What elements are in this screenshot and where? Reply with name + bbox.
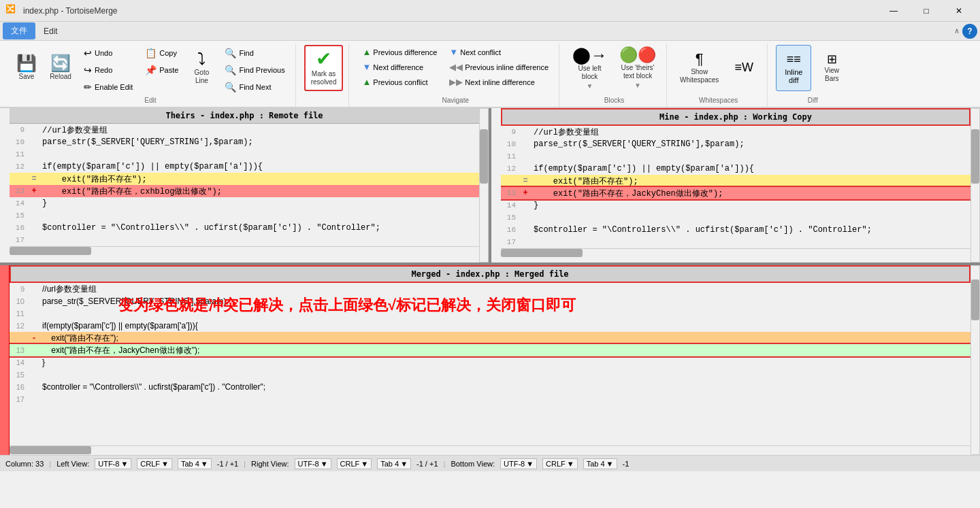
theirs-content[interactable]: 9//url参数变量组10parse_str($_SERVER['QUERY_S… — [10, 124, 479, 246]
right-pos: -1 / +1 — [416, 460, 438, 468]
checkmark-icon: ✔ — [316, 50, 331, 69]
right-conflict-indicator — [491, 108, 501, 263]
left-view-label: Left View: — [56, 460, 89, 468]
merged-header: Merged - index.php : Merged file — [10, 265, 970, 283]
navigate-col1: ▲ Previous difference ▼ Next difference … — [357, 45, 442, 89]
bottom-enc-dropdown[interactable]: UTF-8 ▼ — [500, 458, 537, 469]
navigate-group-content: ▲ Previous difference ▼ Next difference … — [357, 45, 553, 95]
table-row: 13+ exit("路由不存在，cxhblog做出修改"); — [10, 185, 479, 197]
ribbon-group-blocks: ⬤→ Use leftblock ▼ 🟢🔴 Use 'theirs'text b… — [562, 44, 667, 107]
mine-hscrollbar[interactable] — [501, 248, 970, 258]
blocks-group-label: Blocks — [568, 95, 661, 107]
table-row: 12if(empty($param['c']) || empty($param[… — [10, 320, 970, 332]
table-row: = exit("路由不存在"); — [10, 173, 479, 185]
left-eol-dropdown[interactable]: CRLF ▼ — [137, 458, 172, 469]
table-row: = exit("路由不存在"); — [501, 175, 970, 187]
merged-content[interactable]: 9//url参数变量组10parse_str($_SERVER['QUERY_S… — [10, 283, 970, 445]
table-row: 14} — [10, 197, 479, 209]
mine-header: Mine - index.php : Working Copy — [501, 108, 970, 126]
table-row: - exit("路由不存在"); — [10, 332, 970, 344]
find-previous-button[interactable]: 🔍 Find Previous — [220, 62, 289, 78]
find-button[interactable]: 🔍 Find — [220, 45, 289, 61]
navigate-col2: ▼ Next conflict ◀◀ Previous inline diffe… — [444, 45, 553, 89]
undo-icon: ↩ — [84, 48, 92, 58]
theirs-pane: Theirs - index.php : Remote file 9//url参… — [0, 108, 489, 263]
inline-diff-button[interactable]: ≡≡ Inlinediff — [776, 45, 811, 91]
left-enc-dropdown[interactable]: UTF-8 ▼ — [95, 458, 131, 469]
merged-vscrollbar[interactable] — [970, 265, 980, 455]
show-whitespaces-button[interactable]: ¶ ShowWhitespaces — [675, 45, 723, 91]
use-theirs-button[interactable]: 🟢🔴 Use 'theirs'text block ▼ — [615, 45, 661, 91]
table-row: 12if(empty($param['c']) || empty($param[… — [501, 163, 970, 175]
enable-edit-button[interactable]: ✏ Enable Edit — [79, 79, 137, 95]
ribbon-group-edit: 💾 Save 🔄 Reload ↩ Undo ↪ — [5, 44, 296, 107]
menu-item-file[interactable]: 文件 — [3, 22, 35, 39]
whitespaces-group-label: Whitespaces — [675, 95, 762, 107]
prev-conflict-button[interactable]: ▲ Previous conflict — [357, 75, 442, 89]
table-row: 12if(empty($param['c']) || empty($param[… — [10, 160, 479, 173]
find-next-icon: 🔍 — [225, 82, 236, 92]
bottom-eol-dropdown[interactable]: CRLF ▼ — [542, 458, 578, 469]
prev-inline-button[interactable]: ◀◀ Previous inline difference — [444, 60, 553, 74]
next-conflict-button[interactable]: ▼ Next conflict — [444, 45, 553, 59]
theirs-dropdown-icon: ▼ — [634, 82, 641, 89]
title-bar: 🔀 index.php - TortoiseMerge — □ ✕ — [0, 0, 980, 22]
ribbon-group-whitespaces: ¶ ShowWhitespaces ≡W Whitespaces — [670, 44, 768, 107]
theirs-vscrollbar[interactable] — [479, 108, 489, 263]
bottom-pos: -1 — [623, 460, 630, 468]
prev-difference-button[interactable]: ▲ Previous difference — [357, 45, 442, 59]
table-row: 11 — [10, 148, 479, 160]
table-row: 10parse_str($_SERVER['QUERY_STRING'],$pa… — [10, 136, 479, 148]
theirs-header: Theirs - index.php : Remote file — [10, 108, 479, 124]
next-inline-button[interactable]: ▶▶ Next inline difference — [444, 75, 553, 89]
mark-group-content: ✔ Mark asresolved — [304, 45, 344, 95]
reload-icon: 🔄 — [50, 55, 71, 71]
prev-conflict-icon: ▲ — [362, 77, 371, 87]
window-title: index.php - TortoiseMerge — [23, 6, 878, 16]
next-difference-button[interactable]: ▼ Next difference — [357, 60, 442, 74]
view-bars-icon: ⊞ — [827, 53, 837, 65]
use-left-block-button[interactable]: ⬤→ Use leftblock ▼ — [568, 45, 612, 91]
goto-line-button[interactable]: ⤵ GotoLine — [186, 45, 217, 91]
save-icon: 💾 — [16, 55, 37, 71]
bottom-tab-dropdown[interactable]: Tab 4 ▼ — [583, 458, 617, 469]
goto-icon: ⤵ — [197, 51, 206, 67]
whitespace-extra-button[interactable]: ≡W — [726, 45, 762, 91]
theirs-code: 9//url参数变量组10parse_str($_SERVER['QUERY_S… — [10, 124, 479, 246]
undo-col: ↩ Undo ↪ Redo ✏ Enable Edit — [79, 45, 137, 95]
maximize-button[interactable]: □ — [911, 0, 942, 22]
menu-bar: 文件 Edit ∧ ? — [0, 22, 980, 41]
table-row: 10parse_str($_SERVER['QUERY_STRING'],$pa… — [501, 138, 970, 150]
mark-resolved-label: Mark asresolved — [311, 70, 337, 86]
reload-button[interactable]: 🔄 Reload — [45, 45, 76, 91]
paste-button[interactable]: 📌 Paste — [140, 62, 183, 78]
merged-panel: Merged - index.php : Merged file 9//url参… — [0, 265, 980, 455]
help-button[interactable]: ? — [962, 24, 977, 39]
navigate-group-label: Navigate — [357, 95, 553, 107]
right-view-label: Right View: — [251, 460, 289, 468]
left-tab-dropdown[interactable]: Tab 4 ▼ — [178, 458, 212, 469]
right-enc-dropdown[interactable]: UTF-8 ▼ — [295, 458, 331, 469]
undo-button[interactable]: ↩ Undo — [79, 45, 137, 61]
find-next-button[interactable]: 🔍 Find Next — [220, 79, 289, 95]
view-bars-button[interactable]: ⊞ ViewBars — [814, 45, 849, 91]
mark-resolved-button[interactable]: ✔ Mark asresolved — [304, 45, 344, 91]
mine-pane-inner: Mine - index.php : Working Copy 9//url参数… — [501, 108, 970, 263]
app-icon: 🔀 — [5, 4, 19, 18]
merged-hscrollbar[interactable] — [10, 445, 970, 455]
theirs-hscrollbar[interactable] — [10, 246, 479, 256]
next-inline-icon: ▶▶ — [449, 77, 463, 87]
right-tab-dropdown[interactable]: Tab 4 ▼ — [377, 458, 411, 469]
mine-content[interactable]: 9//url参数变量组10parse_str($_SERVER['QUERY_S… — [501, 126, 970, 248]
mine-vscrollbar[interactable] — [970, 108, 980, 263]
right-eol-dropdown[interactable]: CRLF ▼ — [337, 458, 372, 469]
save-button[interactable]: 💾 Save — [11, 45, 42, 91]
redo-button[interactable]: ↪ Redo — [79, 62, 137, 78]
copy-button[interactable]: 📋 Copy — [140, 45, 183, 61]
table-row: 13 exit("路由不存在，JackyChen做出修改"); — [10, 344, 970, 356]
theirs-pane-inner: Theirs - index.php : Remote file 9//url参… — [10, 108, 479, 263]
table-row: 14} — [10, 356, 970, 369]
menu-item-edit[interactable]: Edit — [35, 24, 66, 39]
close-button[interactable]: ✕ — [943, 0, 975, 22]
minimize-button[interactable]: — — [878, 0, 909, 22]
